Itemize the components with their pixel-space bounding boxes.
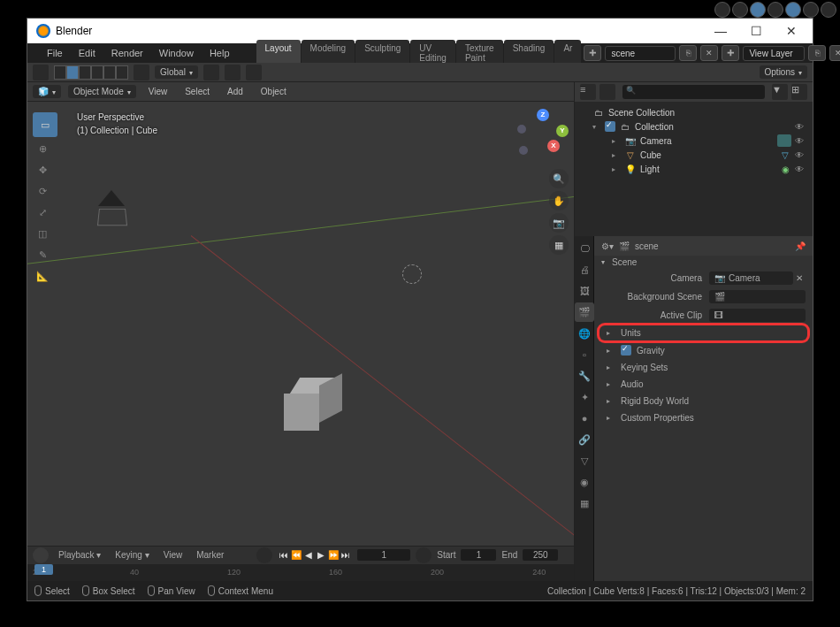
playback-menu[interactable]: Playback ▾: [54, 548, 105, 562]
frame-lock-icon[interactable]: [416, 547, 431, 563]
ptab-material[interactable]: ◉: [575, 472, 594, 492]
playhead[interactable]: 1: [34, 564, 53, 575]
pan-icon[interactable]: ✋: [549, 191, 569, 210]
tree-collection[interactable]: ▾ 🗀 Collection 👁: [577, 119, 811, 134]
ptab-scene[interactable]: 🎬: [575, 302, 594, 322]
selmode-5[interactable]: [103, 65, 116, 80]
timeline-ruler[interactable]: 1 20 40 120 160 200 240: [27, 564, 574, 582]
nav-gizmo[interactable]: Z Y X: [517, 109, 569, 160]
tree-item-cube[interactable]: ▸▽ Cube ▽ 👁: [577, 148, 811, 162]
shading-render-icon[interactable]: [821, 2, 836, 18]
pin-icon[interactable]: 📌: [795, 241, 806, 251]
viewlayer-browse-icon[interactable]: 🞣: [722, 45, 739, 61]
panel-scene[interactable]: ▾Scene: [594, 256, 813, 269]
zoom-icon[interactable]: 🔍: [549, 169, 569, 188]
scale-tool[interactable]: ⤢: [33, 203, 52, 222]
menu-window[interactable]: Window: [152, 45, 201, 61]
light-data-icon[interactable]: ◉: [779, 163, 791, 175]
timeline-editor-icon[interactable]: [33, 547, 49, 563]
section-rigidbody[interactable]: ▸Rigid Body World: [599, 394, 807, 409]
tree-scene-collection[interactable]: 🗀 Scene Collection: [577, 105, 811, 119]
visibility-icon[interactable]: 👁: [795, 136, 807, 146]
section-customprops[interactable]: ▸Custom Properties: [599, 410, 807, 425]
maximize-button[interactable]: ☐: [738, 20, 774, 42]
autokey-icon[interactable]: [256, 547, 272, 563]
section-gravity[interactable]: ▸Gravity: [599, 342, 807, 358]
ptab-render[interactable]: 🖵: [575, 239, 594, 258]
viewlayer-x-icon[interactable]: ✕: [829, 45, 840, 61]
ptab-world[interactable]: 🌐: [575, 324, 594, 343]
select-box-tool[interactable]: ▭: [33, 112, 57, 137]
gravity-checkbox[interactable]: [621, 345, 631, 356]
overlay-toggle-icon[interactable]: [714, 2, 730, 18]
bgscene-picker[interactable]: 🎬: [709, 290, 806, 303]
key-prev-icon[interactable]: ⏪: [290, 550, 302, 560]
end-frame-field[interactable]: 250: [523, 549, 558, 561]
ptab-physics[interactable]: ●: [575, 409, 594, 428]
options-dropdown[interactable]: Options: [760, 65, 807, 79]
visibility-icon[interactable]: 👁: [795, 150, 807, 160]
axis-z[interactable]: Z: [537, 109, 549, 121]
new-collection-icon[interactable]: ⊞: [791, 84, 807, 100]
tree-item-light[interactable]: ▸💡 Light ◉ 👁: [577, 162, 811, 176]
selmode-2[interactable]: [66, 65, 79, 80]
jump-start-icon[interactable]: ⏮: [278, 550, 290, 560]
menu-help[interactable]: Help: [202, 45, 237, 61]
outliner-type-icon[interactable]: ≡: [580, 84, 596, 100]
menu-edit[interactable]: Edit: [72, 45, 103, 61]
hdr-object[interactable]: Object: [256, 85, 292, 98]
transform-tool[interactable]: ◫: [33, 224, 52, 243]
drag-icon[interactable]: [134, 65, 149, 80]
ptab-viewlayer[interactable]: 🖼: [575, 281, 594, 301]
gizmo-toggle-icon[interactable]: [732, 2, 748, 18]
tl-marker[interactable]: Marker: [192, 548, 228, 562]
ptab-data[interactable]: ▽: [575, 451, 594, 470]
light-gizmo-icon[interactable]: [402, 264, 422, 284]
cursor-tool[interactable]: ⊕: [33, 139, 52, 158]
3d-viewport[interactable]: User Perspective (1) Collection | Cube ▭…: [27, 102, 574, 546]
shading-wire-icon[interactable]: [767, 2, 783, 18]
rotate-tool[interactable]: ⟳: [33, 181, 52, 201]
camera-picker[interactable]: 📷Camera: [709, 271, 793, 285]
snap-icon[interactable]: [225, 65, 241, 80]
section-keying[interactable]: ▸Keying Sets: [599, 360, 807, 375]
ptab-modifier[interactable]: 🔧: [575, 366, 594, 386]
camera-gizmo-icon[interactable]: [98, 190, 134, 217]
shading-solid-icon[interactable]: [785, 2, 801, 18]
camera-view-icon[interactable]: 📷: [549, 213, 569, 233]
ptab-object[interactable]: ▫: [575, 345, 594, 364]
xray-toggle-icon[interactable]: [750, 2, 766, 18]
persp-ortho-icon[interactable]: ▦: [549, 235, 569, 255]
measure-tool[interactable]: 📐: [33, 266, 52, 286]
axis-neg2[interactable]: [517, 125, 526, 134]
annotate-tool[interactable]: ✎: [33, 245, 52, 264]
filter-icon[interactable]: ▼: [772, 84, 788, 100]
menu-file[interactable]: File: [40, 45, 70, 61]
scene-x-icon[interactable]: ✕: [700, 45, 718, 61]
axis-y[interactable]: Y: [556, 125, 569, 137]
ptab-constraint[interactable]: 🔗: [575, 430, 594, 449]
breadcrumb[interactable]: scene: [635, 241, 659, 251]
outliner-display-icon[interactable]: [599, 84, 615, 100]
visibility-icon[interactable]: 👁: [795, 122, 807, 132]
visibility-icon[interactable]: 👁: [795, 164, 807, 174]
orientation-dropdown[interactable]: Global: [155, 65, 198, 79]
selmode-6[interactable]: [116, 65, 128, 80]
ptab-output[interactable]: 🖨: [575, 260, 594, 279]
menu-render[interactable]: Render: [104, 45, 150, 61]
cursor-tool-icon[interactable]: [33, 65, 49, 80]
section-audio[interactable]: ▸Audio: [599, 377, 807, 392]
mesh-data-icon[interactable]: ▽: [779, 149, 791, 161]
key-next-icon[interactable]: ⏩: [327, 550, 340, 560]
hdr-select[interactable]: Select: [179, 85, 215, 98]
ptab-particle[interactable]: ✦: [575, 387, 594, 407]
scene-browse-icon[interactable]: 🞣: [584, 45, 601, 61]
clear-camera-icon[interactable]: ✕: [793, 273, 806, 283]
section-units[interactable]: ▸Units: [599, 325, 807, 340]
collection-checkbox[interactable]: [605, 121, 615, 132]
clip-picker[interactable]: 🎞: [709, 309, 806, 322]
hdr-view[interactable]: View: [143, 85, 173, 98]
viewlayer-field[interactable]: View Layer: [743, 46, 805, 61]
selmode-4[interactable]: [91, 65, 103, 80]
selmode-1[interactable]: [54, 65, 66, 80]
